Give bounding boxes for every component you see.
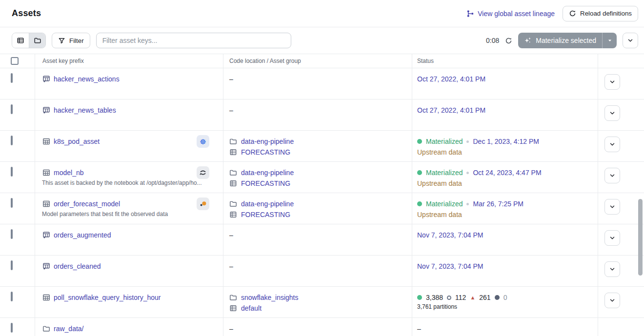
row-checkbox-cell bbox=[0, 68, 35, 99]
materialization-timestamp-link[interactable]: Oct 27, 2022, 4:01 PM bbox=[417, 106, 485, 114]
asset-key-link[interactable]: hacker_news_tables bbox=[54, 106, 116, 114]
chevron-down-icon bbox=[609, 172, 616, 179]
compute-kind-badge: ☸ bbox=[197, 135, 209, 148]
asset-group-link[interactable]: FORECASTING bbox=[241, 179, 290, 187]
table-row: k8s_pod_asset☸data-eng-pipelineFORECASTI… bbox=[0, 131, 644, 162]
page-header: Assets View global asset lineage Reload bbox=[0, 0, 644, 27]
view-global-asset-lineage-label: View global asset lineage bbox=[478, 10, 555, 18]
materialization-timestamp-link[interactable]: Mar 26, 7:25 PM bbox=[473, 200, 523, 208]
code-location-empty: – bbox=[229, 324, 412, 334]
materialized-dot-icon bbox=[417, 170, 422, 175]
table-icon bbox=[42, 294, 50, 301]
status-cell: Oct 27, 2022, 4:01 PM bbox=[412, 99, 598, 130]
row-checkbox-cell bbox=[0, 131, 35, 161]
separator-dot-icon bbox=[466, 140, 469, 143]
row-menu-button[interactable] bbox=[604, 199, 620, 215]
folder-view-icon bbox=[34, 37, 41, 44]
row-menu-button[interactable] bbox=[604, 105, 620, 121]
table-plus-icon bbox=[42, 231, 50, 239]
asset-group-link[interactable]: FORECASTING bbox=[241, 148, 290, 156]
code-location-cell: data-eng-pipelineFORECASTING bbox=[223, 193, 412, 224]
folder-view-button[interactable] bbox=[29, 33, 45, 48]
code-location-cell: data-eng-pipelineFORECASTING bbox=[223, 162, 412, 193]
row-menu-button[interactable] bbox=[604, 168, 620, 183]
vertical-scrollbar-thumb[interactable] bbox=[638, 199, 643, 276]
row-checkbox[interactable] bbox=[11, 198, 13, 208]
materialize-options-button[interactable] bbox=[602, 33, 617, 48]
row-checkbox[interactable] bbox=[11, 104, 13, 114]
status-cell: Nov 7, 2023, 7:04 PM bbox=[412, 224, 598, 255]
reload-definitions-button[interactable]: Reload definitions bbox=[563, 6, 638, 21]
row-checkbox[interactable] bbox=[11, 260, 13, 270]
code-location-link[interactable]: data-eng-pipeline bbox=[241, 200, 294, 208]
asset-group-icon bbox=[229, 211, 237, 218]
row-checkbox[interactable] bbox=[11, 292, 13, 301]
column-header-menu bbox=[598, 54, 644, 68]
failed-count: 261 bbox=[479, 294, 490, 301]
chevron-down-icon bbox=[609, 266, 616, 273]
code-location-link[interactable]: snowflake_insights bbox=[241, 294, 299, 301]
asset-key-link[interactable]: orders_augmented bbox=[54, 231, 111, 239]
asset-group-link[interactable]: default bbox=[241, 304, 262, 312]
row-menu-button[interactable] bbox=[604, 137, 620, 152]
table-plus-icon bbox=[42, 262, 50, 270]
row-checkbox-cell bbox=[0, 99, 35, 130]
code-location-link[interactable]: data-eng-pipeline bbox=[241, 138, 294, 145]
column-header-status: Status bbox=[412, 54, 598, 68]
row-checkbox[interactable] bbox=[11, 323, 13, 333]
row-checkbox-cell bbox=[0, 162, 35, 193]
toolbar-right: 0:08 Materialize selected bbox=[486, 33, 638, 48]
table-icon bbox=[42, 169, 50, 177]
more-actions-button[interactable] bbox=[623, 33, 638, 48]
asset-key-link[interactable]: order_forecast_model bbox=[54, 200, 120, 208]
status-cell: Nov 7, 2023, 7:04 PM bbox=[412, 256, 598, 286]
row-checkbox[interactable] bbox=[11, 229, 13, 239]
asset-keys-filter-input[interactable] bbox=[96, 33, 291, 48]
row-checkbox[interactable] bbox=[11, 73, 13, 83]
materialization-timestamp-link[interactable]: Nov 7, 2023, 7:04 PM bbox=[417, 262, 483, 270]
row-checkbox[interactable] bbox=[11, 167, 13, 177]
asset-group-link[interactable]: FORECASTING bbox=[241, 211, 290, 218]
row-checkbox[interactable] bbox=[11, 136, 13, 145]
row-menu-cell bbox=[598, 287, 644, 317]
asset-key-link[interactable]: model_nb bbox=[54, 169, 84, 177]
asset-key-link[interactable]: raw_data/ bbox=[54, 325, 83, 333]
asset-key-link[interactable]: poll_snowflake_query_history_hour bbox=[54, 294, 161, 301]
asset-key-link[interactable]: hacker_news_actions bbox=[54, 75, 120, 83]
filter-button[interactable]: Filter bbox=[52, 33, 90, 48]
materialization-timestamp-link[interactable]: Oct 24, 2023, 4:47 PM bbox=[473, 169, 541, 177]
partitions-count: 3,761 partitions bbox=[417, 303, 598, 310]
chevron-down-icon bbox=[609, 110, 616, 117]
folder-icon bbox=[42, 325, 50, 333]
asset-key-link[interactable]: k8s_pod_asset bbox=[54, 138, 100, 145]
row-menu-button[interactable] bbox=[604, 74, 620, 90]
asset-key-cell: hacker_news_tables bbox=[35, 99, 223, 130]
materialize-selected-button[interactable]: Materialize selected bbox=[518, 33, 602, 48]
table-row: raw_data/–– bbox=[0, 318, 644, 336]
code-location-empty: – bbox=[229, 74, 412, 84]
view-global-asset-lineage-link[interactable]: View global asset lineage bbox=[466, 10, 555, 18]
asset-description: Model parameters that best fit the obser… bbox=[42, 211, 223, 217]
table-row: poll_snowflake_query_history_hoursnowfla… bbox=[0, 287, 644, 318]
table-plus-icon bbox=[42, 106, 50, 114]
status-cell: MaterializedOct 24, 2023, 4:47 PMUpstrea… bbox=[412, 162, 598, 193]
filter-button-label: Filter bbox=[69, 37, 84, 44]
row-menu-cell bbox=[598, 131, 644, 161]
code-location-link[interactable]: data-eng-pipeline bbox=[241, 169, 294, 177]
refresh-icon[interactable] bbox=[505, 37, 512, 44]
materialization-timestamp-link[interactable]: Nov 7, 2023, 7:04 PM bbox=[417, 231, 483, 239]
chevron-down-icon bbox=[609, 79, 616, 85]
list-view-button[interactable] bbox=[12, 33, 29, 48]
materialization-timestamp-link[interactable]: Oct 27, 2022, 4:01 PM bbox=[417, 75, 485, 83]
observed-circle-icon bbox=[447, 296, 451, 300]
code-location-empty: – bbox=[229, 230, 412, 240]
row-menu-button[interactable] bbox=[604, 230, 620, 246]
row-menu-button[interactable] bbox=[604, 293, 620, 308]
row-menu-button[interactable] bbox=[604, 261, 620, 277]
select-all-checkbox[interactable] bbox=[11, 57, 19, 65]
asset-key-link[interactable]: orders_cleaned bbox=[54, 262, 101, 270]
table-row: hacker_news_actions–Oct 27, 2022, 4:01 P… bbox=[0, 68, 644, 99]
folder-icon bbox=[229, 294, 237, 301]
row-menu-cell bbox=[598, 68, 644, 99]
materialization-timestamp-link[interactable]: Dec 1, 2023, 4:12 PM bbox=[473, 138, 539, 145]
